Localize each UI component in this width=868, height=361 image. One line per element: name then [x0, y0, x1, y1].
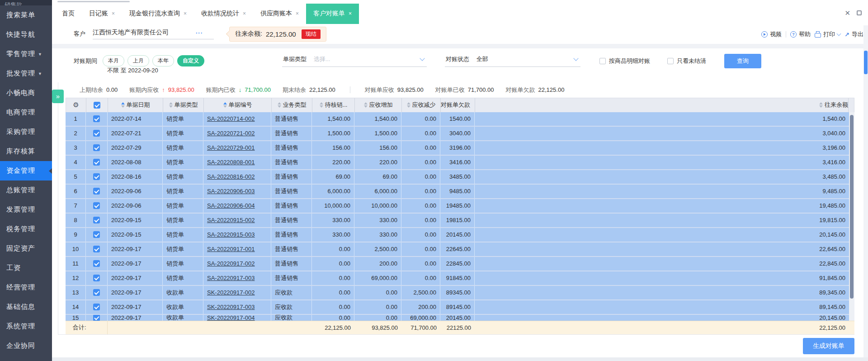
status-select[interactable]: 对账状态 全部: [445, 55, 580, 67]
doc-number-link[interactable]: SK-20220917-003: [207, 304, 255, 310]
row-checkbox[interactable]: [93, 304, 100, 310]
detail-checkbox[interactable]: 按商品明细对账: [599, 57, 650, 65]
row-checkbox[interactable]: [93, 275, 100, 281]
sidebar-item[interactable]: 总账管理 ▼: [0, 180, 52, 200]
close-icon[interactable]: ✕: [844, 9, 850, 17]
print-button[interactable]: 打印: [815, 30, 840, 38]
doc-number-link[interactable]: SK-20220917-004: [207, 315, 255, 321]
row-checkbox[interactable]: [93, 246, 100, 252]
column-header-balance[interactable]: 往来余额: [796, 98, 849, 112]
doc-number-link[interactable]: SA-20220917-003: [207, 275, 255, 281]
sidebar-item[interactable]: 税务管理 ▼: [0, 219, 52, 239]
table-row[interactable]: 9 2022-09-15 销货单 SA-20220915-003 普通销售 33…: [66, 228, 854, 242]
expand-panel-button[interactable]: »: [52, 90, 64, 103]
column-header-pending[interactable]: 待核销...: [312, 98, 355, 112]
select-all-checkbox[interactable]: [94, 102, 100, 109]
column-header-decrease[interactable]: 应收减少: [402, 98, 441, 112]
doc-number-link[interactable]: SA-20220808-001: [207, 159, 255, 166]
table-row[interactable]: 3 2022-07-29 销货单 SA-20220729-001 普通销售 15…: [66, 141, 854, 156]
chevron-down-icon[interactable]: [837, 32, 841, 36]
period-pill[interactable]: 上月: [127, 55, 149, 66]
page-scrollbar[interactable]: [863, 25, 868, 357]
sort-icon[interactable]: [320, 102, 323, 108]
doc-number-link[interactable]: SA-20220917-002: [207, 260, 255, 267]
sort-icon[interactable]: [407, 102, 410, 108]
row-checkbox[interactable]: [93, 217, 100, 223]
tab[interactable]: 收款情况统计 ×: [194, 4, 253, 24]
doc-number-link[interactable]: SA-20220906-003: [207, 188, 255, 195]
row-checkbox[interactable]: [93, 188, 100, 195]
sidebar-item[interactable]: 电商管理 ▼: [0, 103, 52, 122]
row-checkbox[interactable]: [93, 144, 100, 151]
sidebar-item[interactable]: 小畅电商 ▼: [0, 83, 52, 103]
row-checkbox[interactable]: [93, 130, 100, 137]
period-range-text[interactable]: 不限 至 2022-09-20: [107, 66, 158, 75]
doc-number-link[interactable]: SA-20220906-004: [207, 202, 255, 209]
doc-number-link[interactable]: SK-20220917-002: [207, 289, 255, 296]
table-row[interactable]: 1 2022-07-14 销货单 SA-20220714-002 普通销售 1,…: [66, 112, 854, 127]
period-pill[interactable]: 本年: [152, 55, 174, 66]
video-button[interactable]: 视频: [761, 30, 782, 38]
table-row[interactable]: 12 2022-09-17 销货单 SA-20220917-003 普通销售 0…: [66, 271, 854, 286]
tab[interactable]: 供应商账本 ×: [253, 4, 306, 24]
tab[interactable]: 首页 ×: [55, 4, 82, 24]
scrollbar-thumb[interactable]: [850, 115, 854, 299]
column-header-increase[interactable]: 应收增加: [355, 98, 402, 112]
tab[interactable]: 客户对账单 ×: [306, 4, 359, 24]
doc-number-link[interactable]: SA-20220714-002: [207, 115, 255, 122]
tab[interactable]: 现金银行流水查询 ×: [122, 4, 194, 24]
sidebar-item[interactable]: 经营管理 ▼: [0, 278, 52, 297]
sidebar-item[interactable]: 零售管理 ▼: [0, 44, 52, 64]
sidebar-item[interactable]: 固定资产 ▼: [0, 239, 52, 258]
sort-icon[interactable]: [223, 102, 227, 108]
unsettled-checkbox[interactable]: 只看未结清: [667, 57, 706, 65]
doc-number-link[interactable]: SA-20220721-002: [207, 130, 255, 137]
column-header-type[interactable]: 单据类型: [163, 98, 204, 112]
column-header-biz[interactable]: 业务类型: [272, 98, 312, 112]
column-header-date[interactable]: 单据日期: [108, 98, 163, 112]
table-row[interactable]: 7 2022-09-06 销货单 SA-20220906-004 普通销售 10…: [66, 199, 854, 214]
doc-number-link[interactable]: SA-20220816-002: [207, 173, 255, 180]
row-checkbox[interactable]: [93, 202, 100, 209]
customer-field[interactable]: 江西恒天地产有限责任公司 ···: [93, 28, 214, 39]
period-pill[interactable]: 本月: [103, 55, 124, 66]
doc-number-link[interactable]: SA-20220729-001: [207, 144, 255, 151]
table-row[interactable]: 4 2022-08-08 销货单 SA-20220808-001 普通销售 22…: [66, 156, 854, 170]
sidebar-item[interactable]: 批发管理 ▼: [0, 64, 52, 83]
sort-icon[interactable]: [278, 102, 281, 108]
gear-icon[interactable]: ⚙: [73, 101, 79, 109]
generate-statement-button[interactable]: 生成对账单: [803, 338, 854, 354]
row-checkbox[interactable]: [93, 289, 100, 296]
row-checkbox[interactable]: [93, 260, 100, 267]
column-header-no[interactable]: 单据编号: [204, 98, 272, 112]
tab-close-icon[interactable]: ×: [184, 10, 187, 17]
doc-number-link[interactable]: SA-20220917-001: [207, 246, 255, 252]
maximize-icon[interactable]: [857, 10, 862, 15]
table-row[interactable]: 15 2022-09-17 收款单 SK-20220917-004 应收款 0.…: [66, 315, 854, 321]
row-checkbox[interactable]: [93, 159, 100, 166]
sidebar-item[interactable]: 工资 ▼: [0, 258, 52, 278]
sidebar-item[interactable]: 企业协同 ▼: [0, 336, 52, 356]
table-row[interactable]: 2 2022-07-21 销货单 SA-20220721-002 普通销售 1,…: [66, 127, 854, 141]
tab-close-icon[interactable]: ×: [243, 10, 246, 17]
row-checkbox[interactable]: [93, 315, 100, 321]
sort-icon[interactable]: [121, 102, 125, 108]
table-row[interactable]: 13 2022-09-17 收款单 SK-20220917-002 应收款 0.…: [66, 286, 854, 300]
sidebar-item[interactable]: 采购管理 ▼: [0, 122, 52, 142]
sort-icon[interactable]: [819, 102, 823, 108]
tab-close-icon[interactable]: ×: [112, 10, 115, 17]
help-button[interactable]: ? 帮助: [790, 30, 811, 38]
table-row[interactable]: 14 2022-09-17 收款单 SK-20220917-003 应收款 0.…: [66, 300, 854, 315]
doc-number-link[interactable]: SA-20220915-003: [207, 231, 255, 238]
tab-close-icon[interactable]: ×: [349, 10, 352, 17]
row-checkbox[interactable]: [93, 231, 100, 238]
more-dots-icon[interactable]: ···: [196, 29, 203, 36]
table-row[interactable]: 5 2022-08-16 销货单 SA-20220816-002 普通销售 69…: [66, 170, 854, 185]
export-button[interactable]: ↗ 导出: [844, 30, 863, 38]
table-scrollbar[interactable]: [849, 112, 854, 321]
sidebar-item[interactable]: 发票管理 ▼: [0, 200, 52, 219]
sidebar-item[interactable]: 库存核算 ▼: [0, 142, 52, 161]
period-pill[interactable]: 自定义: [177, 55, 204, 66]
table-row[interactable]: 11 2022-09-17 销货单 SA-20220917-002 普通销售 0…: [66, 257, 854, 271]
row-checkbox[interactable]: [93, 173, 100, 180]
